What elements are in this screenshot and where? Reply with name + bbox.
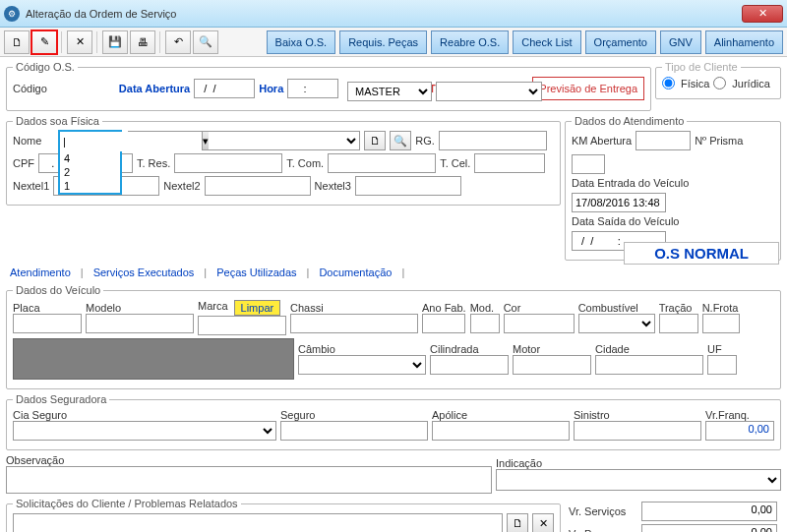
observacao-input[interactable] [6, 466, 492, 494]
nome-doc-icon[interactable]: 🗋 [364, 131, 386, 150]
combustivel-select[interactable] [578, 314, 655, 333]
tipo-cliente-group: Tipo de Cliente Física Jurídica [655, 61, 781, 99]
codigo-option[interactable]: 4 [60, 151, 120, 165]
tracao-input[interactable] [659, 314, 698, 333]
solic-input[interactable] [13, 513, 503, 532]
anofab-label: Ano Fab. [422, 302, 466, 314]
fisica-radio[interactable] [662, 77, 675, 89]
cor-input[interactable] [504, 314, 575, 333]
chassi-label: Chassi [290, 302, 418, 314]
tab-bar: Atendimento| Serviços Executados| Peças … [10, 266, 781, 280]
toolbar: 🗋 ✎ ✕ 💾 🖶 ↶ 🔍 Baixa O.S. Requis. Peças R… [0, 28, 787, 57]
codigo-os-legend: Código O.S. [13, 61, 78, 73]
seguradora-group: Dados Seguradora Cia Seguro Seguro Apóli… [6, 393, 781, 450]
edit-button[interactable]: ✎ [31, 30, 57, 54]
nextel1-label: Nextel1 [13, 180, 49, 192]
placa-input[interactable] [13, 314, 82, 333]
cilindrada-input[interactable] [430, 355, 509, 375]
combustivel-label: Combustível [578, 302, 655, 314]
km-input[interactable] [636, 131, 691, 150]
tab-atendimento[interactable]: Atendimento [10, 266, 71, 280]
placa-label: Placa [13, 302, 82, 314]
rg-input[interactable] [439, 131, 547, 150]
indicacao-label: Indicação [496, 457, 781, 469]
nextel2-input[interactable] [205, 176, 311, 196]
vr-pecas-value: 0,00 [641, 524, 777, 532]
sinistro-label: Sinistro [574, 409, 701, 421]
orcamento-button[interactable]: Orçamento [585, 30, 656, 54]
solic-add-icon[interactable]: 🗋 [507, 513, 528, 532]
dados-atendimento-group: Dados do Atendimento KM Abertura Nº Pris… [565, 115, 781, 261]
codigo-input[interactable] [60, 132, 202, 151]
requis-button[interactable]: Requis. Peças [339, 30, 427, 54]
tcel-input[interactable] [474, 153, 545, 173]
nfrota-label: N.Frota [702, 302, 740, 314]
chassi-input[interactable] [290, 314, 418, 333]
nfrota-input[interactable] [702, 314, 740, 333]
tab-documentacao[interactable]: Documentação [319, 266, 392, 280]
entrada-input[interactable] [572, 193, 666, 212]
limpar-button[interactable]: Limpar [234, 300, 281, 316]
find-button[interactable]: 🔍 [193, 30, 218, 54]
close-button[interactable]: ✕ [742, 5, 783, 23]
titlebar: ⚙ Alteração da Ordem de Serviço ✕ [0, 0, 787, 28]
codigo-option[interactable]: 1 [60, 179, 120, 193]
tipo-os-select[interactable] [436, 82, 542, 101]
sinistro-input[interactable] [574, 421, 701, 441]
cambio-select[interactable] [298, 355, 426, 375]
tab-pecas[interactable]: Peças Utilizadas [216, 266, 296, 280]
reabre-button[interactable]: Reabre O.S. [431, 30, 509, 54]
pessoa-legend: Dados soa Física [13, 115, 102, 127]
cilindrada-label: Cilindrada [430, 343, 509, 355]
km-label: KM Abertura [572, 135, 632, 147]
uf-input[interactable] [707, 355, 737, 375]
chevron-down-icon[interactable]: ▾ [202, 132, 209, 149]
mod-input[interactable] [470, 314, 500, 333]
motor-label: Motor [513, 343, 591, 355]
print-button[interactable]: 🖶 [130, 30, 155, 54]
undo-button[interactable]: ↶ [165, 30, 191, 54]
nextel3-input[interactable] [355, 176, 461, 196]
prisma-input[interactable] [572, 154, 605, 174]
codigo-option[interactable]: 2 [60, 165, 120, 179]
codigo-dropdown[interactable]: ▾ 4 2 1 [58, 130, 122, 195]
tres-input[interactable] [174, 153, 282, 173]
gnv-button[interactable]: GNV [660, 30, 701, 54]
baixa-button[interactable]: Baixa O.S. [267, 30, 336, 54]
seguro-input[interactable] [280, 421, 428, 441]
alinhamento-button[interactable]: Alinhamento [705, 30, 783, 54]
cor-label: Cor [504, 302, 575, 314]
hora-input[interactable] [287, 79, 338, 98]
juridica-radio[interactable] [713, 77, 726, 89]
vrfranq-label: Vr.Franq. [705, 409, 774, 421]
motor-input[interactable] [513, 355, 591, 375]
hora-label: Hora [259, 83, 283, 94]
tcom-input[interactable] [328, 153, 436, 173]
atendente-select[interactable]: MASTER [347, 82, 432, 101]
previsao-entrega-button[interactable]: Previsão de Entrega [532, 77, 644, 100]
new-button[interactable]: 🗋 [4, 30, 30, 54]
marca-label: Marca [198, 300, 228, 316]
fisica-label: Física [681, 78, 709, 89]
tab-servicos[interactable]: Serviços Executados [93, 266, 195, 280]
dados-atend-legend: Dados do Atendimento [572, 115, 687, 127]
veiculo-legend: Dados do Veículo [13, 284, 103, 296]
checklist-button[interactable]: Check List [513, 30, 580, 54]
vr-servicos-value: 0,00 [641, 502, 777, 521]
save-button[interactable]: 💾 [102, 30, 128, 54]
data-abertura-input[interactable] [194, 79, 255, 98]
uf-label: UF [707, 343, 737, 355]
marca-input[interactable] [198, 316, 286, 335]
codigo-label: Código [13, 83, 47, 94]
nome-find-icon[interactable]: 🔍 [390, 131, 411, 150]
cia-select[interactable] [13, 421, 276, 441]
cidade-input[interactable] [595, 355, 703, 375]
indicacao-select[interactable] [496, 469, 781, 491]
apolice-input[interactable] [432, 421, 570, 441]
anofab-input[interactable] [422, 314, 465, 333]
solic-del-icon[interactable]: ✕ [532, 513, 554, 532]
delete-button[interactable]: ✕ [67, 30, 92, 54]
modelo-label: Modelo [86, 302, 194, 314]
modelo-input[interactable] [86, 314, 194, 333]
veiculo-image-box [13, 338, 294, 380]
